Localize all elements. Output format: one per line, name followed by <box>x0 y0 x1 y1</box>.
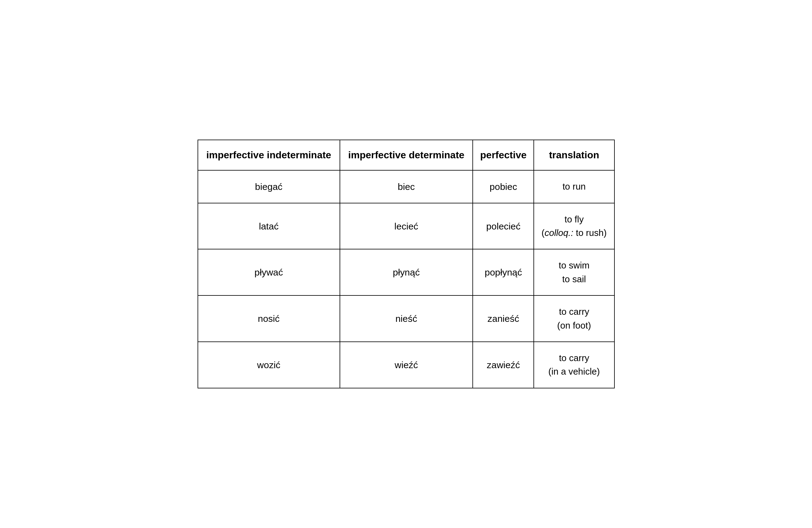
cell-imperfective-indeterminate: pływać <box>198 249 340 296</box>
cell-translation: to swimto sail <box>534 249 614 296</box>
cell-translation: to fly(colloq.: to rush) <box>534 203 614 249</box>
cell-imperfective-determinate: biec <box>340 170 473 203</box>
cell-imperfective-determinate: wieźć <box>340 342 473 388</box>
table-row: nosićnieśćzanieśćto carry(on foot) <box>198 296 614 342</box>
header-imperfective-indeterminate: imperfective indeterminate <box>198 140 340 170</box>
cell-perfective: popłynąć <box>473 249 534 296</box>
table-row: lataćleciećpoleciećto fly(colloq.: to ru… <box>198 203 614 249</box>
cell-imperfective-indeterminate: latać <box>198 203 340 249</box>
cell-perfective: zanieść <box>473 296 534 342</box>
cell-imperfective-determinate: nieść <box>340 296 473 342</box>
header-translation: translation <box>534 140 614 170</box>
cell-perfective: polecieć <box>473 203 534 249</box>
verb-conjugation-table: imperfective indeterminate imperfective … <box>198 140 615 388</box>
cell-translation: to carry(in a vehicle) <box>534 342 614 388</box>
cell-imperfective-indeterminate: biegać <box>198 170 340 203</box>
cell-imperfective-determinate: płynąć <box>340 249 473 296</box>
table-row: wozićwieźćzawieźćto carry(in a vehicle) <box>198 342 614 388</box>
cell-imperfective-indeterminate: nosić <box>198 296 340 342</box>
table-row: pływaćpłynąćpopłynąćto swimto sail <box>198 249 614 296</box>
cell-perfective: pobiec <box>473 170 534 203</box>
header-imperfective-determinate: imperfective determinate <box>340 140 473 170</box>
cell-imperfective-determinate: lecieć <box>340 203 473 249</box>
header-row: imperfective indeterminate imperfective … <box>198 140 614 170</box>
table-row: biegaćbiecpobiecto run <box>198 170 614 203</box>
header-perfective: perfective <box>473 140 534 170</box>
cell-translation: to run <box>534 170 614 203</box>
table-container: imperfective indeterminate imperfective … <box>191 133 621 395</box>
cell-translation: to carry(on foot) <box>534 296 614 342</box>
cell-imperfective-indeterminate: wozić <box>198 342 340 388</box>
cell-perfective: zawieźć <box>473 342 534 388</box>
